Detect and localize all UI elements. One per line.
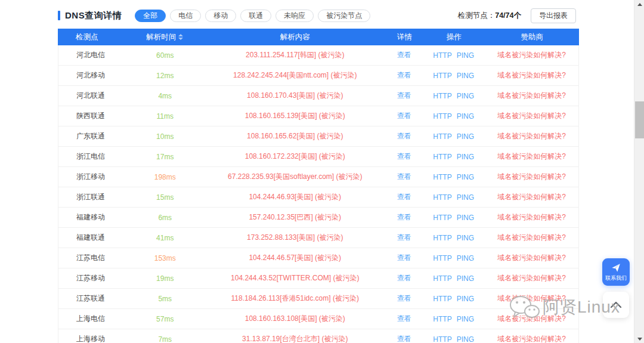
node-count-label: 检测节点： (458, 11, 496, 21)
ping-link[interactable]: PING (457, 274, 474, 283)
ping-link[interactable]: PING (457, 173, 474, 181)
scrollbar-thumb[interactable] (635, 101, 644, 138)
filter-pill[interactable]: 被污染节点 (318, 10, 370, 22)
view-detail-link[interactable]: 查看 (397, 294, 411, 302)
scrollbar-down-arrow[interactable] (634, 335, 644, 343)
column-header-resolve-time-label: 解析时间 (146, 32, 176, 42)
dns-result-table: 检测点 解析时间 解析内容 详情 操作 赞助商 河北电信 60ms 203.11… (58, 29, 579, 343)
table-row: 浙江移动 198ms 67.228.235.93[美国softlayer.com… (58, 167, 578, 187)
ping-link[interactable]: PING (457, 254, 474, 262)
sponsor-link[interactable]: 域名被污染如何解决? (497, 233, 566, 242)
sponsor-link[interactable]: 域名被污染如何解决? (497, 193, 566, 201)
filter-pill[interactable]: 联通 (240, 10, 271, 22)
resolve-time: 57ms (126, 315, 204, 323)
vertical-scrollbar[interactable] (634, 0, 644, 343)
sponsor-link[interactable]: 域名被污染如何解决? (497, 335, 566, 343)
sort-carets-icon[interactable] (178, 34, 183, 40)
view-detail-link[interactable]: 查看 (397, 152, 411, 160)
view-detail-link[interactable]: 查看 (397, 91, 411, 100)
resolve-time: 60ms (126, 51, 204, 60)
resolve-time: 17ms (126, 153, 204, 161)
sponsor-link[interactable]: 域名被污染如何解决? (497, 51, 566, 59)
sponsor-link[interactable]: 域名被污染如何解决? (497, 314, 566, 323)
chevron-up-icon (610, 301, 622, 308)
resolve-content: 128.242.245.244[美国ntt.com] (被污染) (204, 70, 386, 81)
http-link[interactable]: HTTP (433, 274, 451, 283)
column-header-node: 检测点 (58, 32, 126, 42)
table-row: 河北电信 60ms 203.111.254.117[韩国] (被污染) 查看 H… (58, 45, 578, 66)
scrollbar-up-arrow[interactable] (634, 0, 644, 8)
sponsor-link[interactable]: 域名被污染如何解决? (497, 274, 566, 282)
sponsor-link[interactable]: 域名被污染如何解决? (497, 213, 566, 221)
sponsor-link[interactable]: 域名被污染如何解决? (497, 71, 566, 79)
view-detail-link[interactable]: 查看 (397, 132, 411, 140)
http-link[interactable]: HTTP (433, 193, 451, 202)
filter-pill[interactable]: 移动 (205, 10, 236, 22)
column-header-sponsor: 赞助商 (485, 32, 579, 42)
http-link[interactable]: HTTP (433, 132, 451, 141)
resolve-time: 11ms (126, 112, 204, 120)
ping-link[interactable]: PING (457, 234, 474, 242)
filter-pills: 全部电信移动联通未响应被污染节点 (135, 10, 370, 22)
contact-us-button[interactable]: 联系我们 (602, 258, 630, 286)
table-row: 上海电信 57ms 108.160.163.108[美国] (被污染) 查看 H… (58, 309, 578, 329)
filter-pill[interactable]: 未响应 (275, 10, 314, 22)
http-link[interactable]: HTTP (433, 173, 451, 181)
ping-link[interactable]: PING (457, 315, 474, 323)
table-row: 江苏联通 5ms 118.184.26.113[香港51idc.com] (被污… (58, 289, 578, 309)
sponsor-link[interactable]: 域名被污染如何解决? (497, 172, 566, 181)
ping-link[interactable]: PING (457, 193, 474, 202)
sponsor-link[interactable]: 域名被污染如何解决? (497, 112, 566, 120)
back-to-top-button[interactable] (603, 292, 629, 318)
http-link[interactable]: HTTP (433, 315, 451, 323)
node-name: 江苏移动 (58, 273, 126, 283)
ping-link[interactable]: PING (457, 295, 474, 303)
table-body: 河北电信 60ms 203.111.254.117[韩国] (被污染) 查看 H… (58, 45, 579, 343)
http-link[interactable]: HTTP (433, 153, 451, 161)
filter-pill[interactable]: 全部 (135, 10, 166, 22)
view-detail-link[interactable]: 查看 (397, 335, 411, 343)
sponsor-link[interactable]: 域名被污染如何解决? (497, 152, 566, 160)
view-detail-link[interactable]: 查看 (397, 193, 411, 201)
column-header-operation: 操作 (423, 32, 485, 42)
http-link[interactable]: HTTP (433, 254, 451, 262)
ping-link[interactable]: PING (457, 92, 474, 100)
http-link[interactable]: HTTP (433, 51, 451, 60)
view-detail-link[interactable]: 查看 (397, 213, 411, 221)
http-link[interactable]: HTTP (433, 92, 451, 100)
dns-query-page: DNS查询详情 全部电信移动联通未响应被污染节点 检测节点： 74/74个 导出… (0, 0, 644, 343)
http-link[interactable]: HTTP (433, 234, 451, 242)
http-link[interactable]: HTTP (433, 72, 451, 80)
ping-link[interactable]: PING (457, 214, 474, 222)
column-header-resolve-time[interactable]: 解析时间 (126, 32, 204, 42)
resolve-time: 12ms (126, 72, 204, 80)
filter-pill[interactable]: 电信 (170, 10, 201, 22)
sponsor-link[interactable]: 域名被污染如何解决? (497, 132, 566, 140)
view-detail-link[interactable]: 查看 (397, 254, 411, 262)
sponsor-link[interactable]: 域名被污染如何解决? (497, 254, 566, 262)
node-name: 浙江联通 (58, 192, 126, 202)
ping-link[interactable]: PING (457, 153, 474, 161)
sponsor-link[interactable]: 域名被污染如何解决? (497, 91, 566, 100)
view-detail-link[interactable]: 查看 (397, 112, 411, 120)
resolve-content: 108.160.165.139[美国] (被污染) (204, 111, 386, 121)
resolve-content: 31.13.87.19[台湾台北市] (被污染) (204, 334, 386, 343)
view-detail-link[interactable]: 查看 (397, 172, 411, 181)
view-detail-link[interactable]: 查看 (397, 51, 411, 59)
http-link[interactable]: HTTP (433, 295, 451, 303)
view-detail-link[interactable]: 查看 (397, 233, 411, 242)
view-detail-link[interactable]: 查看 (397, 274, 411, 282)
view-detail-link[interactable]: 查看 (397, 71, 411, 79)
http-link[interactable]: HTTP (433, 214, 451, 222)
view-detail-link[interactable]: 查看 (397, 314, 411, 323)
ping-link[interactable]: PING (457, 112, 474, 120)
ping-link[interactable]: PING (457, 132, 474, 141)
ping-link[interactable]: PING (457, 51, 474, 60)
http-link[interactable]: HTTP (433, 335, 451, 343)
node-name: 河北联通 (58, 91, 126, 101)
ping-link[interactable]: PING (457, 72, 474, 80)
sponsor-link[interactable]: 域名被污染如何解决? (497, 294, 566, 302)
export-report-button[interactable]: 导出报表 (531, 8, 576, 23)
http-link[interactable]: HTTP (433, 112, 451, 120)
ping-link[interactable]: PING (457, 335, 474, 343)
